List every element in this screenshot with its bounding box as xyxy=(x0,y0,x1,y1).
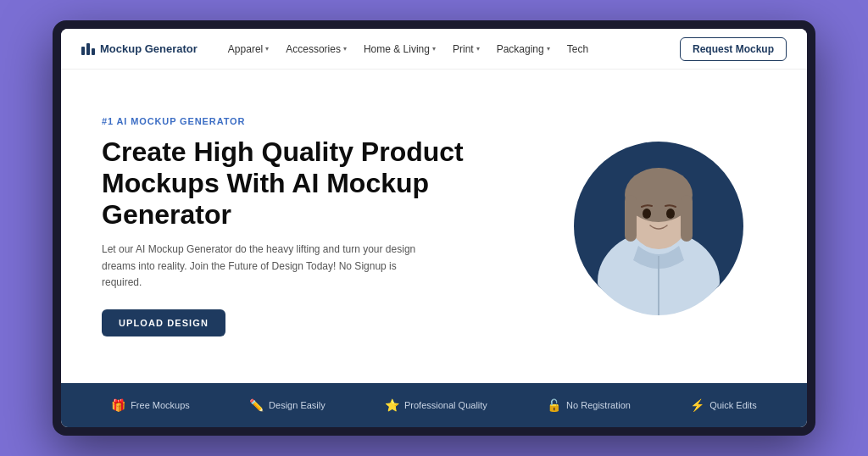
navbar: Mockup Generator Apparel ▾ Accessories ▾… xyxy=(61,29,807,70)
screen: Mockup Generator Apparel ▾ Accessories ▾… xyxy=(61,29,807,427)
svg-point-8 xyxy=(666,209,675,219)
unlock-icon: 🔓 xyxy=(547,398,561,412)
footer-item-quick-edits: ⚡ Quick Edits xyxy=(690,398,757,412)
nav-menu: Apparel ▾ Accessories ▾ Home & Living ▾ … xyxy=(221,40,680,58)
lightning-icon: ⚡ xyxy=(690,398,704,412)
chevron-down-icon: ▾ xyxy=(265,45,269,53)
footer-item-professional-quality: ⭐ Professional Quality xyxy=(385,398,487,412)
svg-point-7 xyxy=(643,209,651,219)
chevron-down-icon: ▾ xyxy=(432,45,436,53)
hero-person-image xyxy=(578,137,739,315)
nav-item-apparel[interactable]: Apparel ▾ xyxy=(221,40,275,58)
gift-icon: 🎁 xyxy=(111,398,125,412)
hero-content: #1 AI Mockup Generator Create High Quali… xyxy=(102,116,475,336)
footer-bar: 🎁 Free Mockups ✏️ Design Easily ⭐ Profes… xyxy=(61,383,807,427)
request-mockup-button[interactable]: Request Mockup xyxy=(680,37,787,61)
hero-description: Let our AI Mockup Generator do the heavy… xyxy=(102,242,424,291)
footer-label-professional-quality: Professional Quality xyxy=(404,400,487,410)
pencil-icon: ✏️ xyxy=(249,398,264,412)
footer-label-quick-edits: Quick Edits xyxy=(709,400,757,410)
nav-item-home-living[interactable]: Home & Living ▾ xyxy=(357,40,442,58)
footer-label-design-easily: Design Easily xyxy=(269,400,326,410)
chevron-down-icon: ▾ xyxy=(547,45,550,53)
chevron-down-icon: ▾ xyxy=(476,45,480,53)
footer-item-no-registration: 🔓 No Registration xyxy=(547,398,631,412)
nav-item-packaging[interactable]: Packaging ▾ xyxy=(490,40,557,58)
monitor-frame: Mockup Generator Apparel ▾ Accessories ▾… xyxy=(53,20,815,436)
nav-item-print[interactable]: Print ▾ xyxy=(446,40,487,58)
svg-rect-5 xyxy=(681,195,693,242)
footer-item-free-mockups: 🎁 Free Mockups xyxy=(111,398,190,412)
logo-icon xyxy=(81,43,95,55)
nav-item-tech[interactable]: Tech xyxy=(560,40,595,58)
upload-design-button[interactable]: Upload Design xyxy=(102,309,225,336)
footer-item-design-easily: ✏️ Design Easily xyxy=(249,398,326,412)
hero-title: Create High Quality Product Mockups With… xyxy=(102,136,475,230)
footer-label-no-registration: No Registration xyxy=(566,400,631,410)
star-icon: ⭐ xyxy=(385,398,399,412)
hero-badge: #1 AI Mockup Generator xyxy=(102,116,475,126)
nav-logo[interactable]: Mockup Generator xyxy=(81,42,198,55)
brand-name: Mockup Generator xyxy=(100,42,198,55)
footer-label-free-mockups: Free Mockups xyxy=(131,400,190,410)
chevron-down-icon: ▾ xyxy=(343,45,347,53)
nav-item-accessories[interactable]: Accessories ▾ xyxy=(279,40,353,58)
hero-image-area xyxy=(561,129,756,324)
hero-section: #1 AI Mockup Generator Create High Quali… xyxy=(61,70,807,383)
svg-rect-4 xyxy=(625,195,637,242)
